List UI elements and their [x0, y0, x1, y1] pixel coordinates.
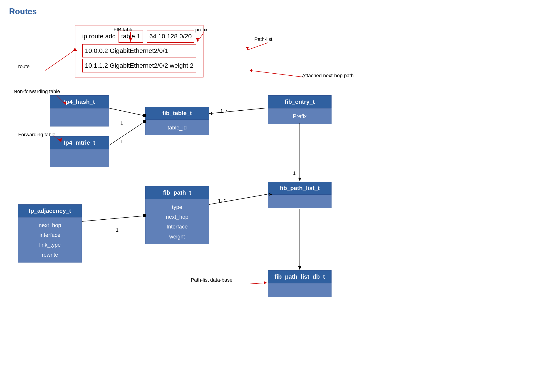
svg-line-16 [109, 108, 145, 116]
prefix-addr-value: 64.10.128.0/20 [147, 30, 195, 43]
svg-marker-7 [246, 47, 249, 50]
svg-line-20 [209, 108, 268, 114]
route-label: route [18, 64, 29, 70]
ip4-mtrie-t-box: Ip4_mtrie_t [50, 136, 109, 167]
ip4-mtrie-t-header: Ip4_mtrie_t [50, 136, 109, 149]
fib-path-list-db-t-body [268, 283, 331, 297]
fib-path-list-t-body [268, 195, 331, 208]
svg-line-14 [250, 283, 267, 284]
path-list-db-label: Path-list data-base [191, 277, 232, 283]
rel-hash-fib: 1 [120, 120, 123, 126]
fib-table-label: FIB table [114, 27, 134, 33]
ip4-hash-t-body [50, 108, 109, 126]
rel-adjacency-path: 1 [116, 227, 119, 233]
svg-line-8 [250, 70, 304, 77]
svg-line-6 [247, 43, 268, 50]
page-title: Routes [9, 7, 37, 16]
fib-entry-t-box: fib_entry_t Prefix [268, 95, 331, 124]
svg-line-18 [109, 121, 145, 145]
svg-marker-15 [264, 281, 267, 284]
fib-path-t-header: fib_path_t [145, 186, 209, 199]
fib-path-t-box: fib_path_t typenext_hopInterfaceweight [145, 186, 209, 244]
svg-marker-9 [250, 69, 252, 72]
rel-fib-entry: 1..* [220, 108, 228, 114]
attached-nexthop-label: Attached next-hop path [302, 73, 354, 79]
svg-marker-23 [298, 177, 301, 181]
rel-entry-pathlist: 1 [293, 170, 296, 176]
ip-adjacency-t-box: Ip_adjacency_t next_hopinterfacelink_typ… [18, 204, 82, 262]
fib-path-list-db-t-header: fib_path_list_db_t [268, 270, 331, 283]
fib-table-t-header: fib_table_t [145, 107, 209, 120]
svg-line-0 [45, 50, 75, 70]
fib-path-list-db-t-box: fib_path_list_db_t [268, 270, 331, 297]
prefix-label: prefix [195, 27, 208, 33]
non-forwarding-label: Non-forwarding table [14, 89, 60, 94]
ip4-hash-t-header: Ip4_hash_t [50, 95, 109, 108]
path1-value: 10.0.0.2 GigabitEthernet2/0/1 [82, 44, 196, 58]
svg-marker-27 [298, 266, 301, 270]
fib-path-t-body: typenext_hopInterfaceweight [145, 199, 209, 244]
ip4-mtrie-t-body [50, 149, 109, 167]
path-list-label: Path-list [254, 36, 272, 42]
fib-path-list-t-header: fib_path_list_t [268, 182, 331, 195]
fib-table-t-box: fib_table_t table_id [145, 107, 209, 135]
fib-entry-t-header: fib_entry_t [268, 95, 331, 108]
fib-entry-t-body: Prefix [268, 108, 331, 124]
rel-mtrie-fib: 1 [120, 139, 123, 145]
ip-adjacency-t-header: Ip_adjacency_t [18, 204, 82, 217]
route-prefix-text: ip route add [82, 33, 116, 40]
ip-adjacency-t-body: next_hopinterfacelink_typerewrite [18, 217, 82, 262]
route-command-box: ip route add table 1 64.10.128.0/20 10.0… [75, 25, 204, 77]
path2-value: 10.1.1.2 GigabitEthernet2/0/2 weight 2 [82, 59, 196, 72]
fib-path-list-t-box: fib_path_list_t [268, 182, 331, 208]
ip4-hash-t-box: Ip4_hash_t [50, 95, 109, 126]
svg-marker-21 [209, 112, 214, 115]
fib-table-t-body: table_id [145, 120, 209, 135]
rel-pathlist-path: 1..* [218, 198, 225, 204]
svg-line-28 [82, 216, 145, 221]
